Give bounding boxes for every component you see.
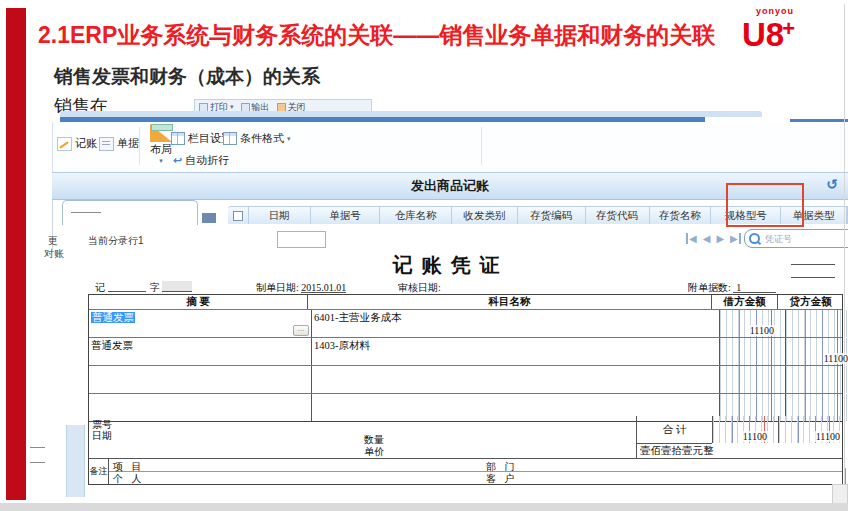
ribbon-toolbar: 记账 单据 布局 ▾ 栏目设置 ↩ 自动折行 条件格式 ▾ (52, 122, 848, 173)
summary-cell[interactable]: 普通发票… (89, 310, 311, 337)
credit-cell[interactable]: 11100 (785, 338, 848, 365)
current-entry-row-label: 当前分录行1 (88, 234, 144, 248)
entry-row-input[interactable] (277, 231, 326, 248)
bottom-band (0, 503, 848, 511)
slide-subtitle: 销售发票和财务（成本）的关系 (54, 64, 320, 90)
debit-cell[interactable] (719, 366, 785, 393)
red-callout-box (726, 183, 804, 227)
voucher-row[interactable] (89, 365, 842, 393)
accounting-voucher: 记账凭证 记 字 制单日期: 2015.01.01 审核日期: 附单据数: 1 … (88, 250, 843, 483)
logo-plus: + (782, 16, 795, 41)
ribbon-separator (139, 127, 140, 165)
tab-dash (71, 212, 101, 213)
voucher-nav: ◀ ◀ ▶ ▶ (686, 233, 741, 244)
customer-label: 客 户 (486, 472, 518, 486)
nav-last-icon[interactable]: ▶ (730, 233, 741, 244)
voucher-info-row: 记 字 制单日期: 2015.01.01 审核日期: 附单据数: 1 (88, 281, 843, 294)
nav-first-icon[interactable]: ◀ (686, 233, 697, 244)
ribbon-separator (481, 127, 482, 165)
col-header-io-type[interactable]: 收发类别 (452, 206, 518, 224)
document-button[interactable]: 单据 (99, 136, 139, 151)
summary-cell[interactable]: 普通发票 (89, 338, 311, 365)
header-credit: 贷方金额 (777, 295, 843, 309)
person-label: 个 人 (113, 472, 145, 486)
col-header-inv-name[interactable]: 存货名称 (650, 206, 712, 224)
column-settings-icon (171, 132, 185, 145)
account-cell[interactable]: 1403-原材料 (311, 338, 719, 365)
amount-in-words: 壹佰壹拾壹元整 (636, 444, 846, 458)
account-cell[interactable] (311, 366, 719, 393)
yonyou-u8-logo: yonyou U8+ (742, 6, 834, 50)
grid-title: 发出商品记账 (411, 177, 489, 195)
voucher-word-blank (108, 281, 146, 292)
search-input[interactable] (763, 233, 837, 245)
remnant-dash (30, 462, 45, 463)
total-label-cell: 合 计 (636, 416, 712, 444)
credit-cell[interactable] (785, 310, 848, 337)
debit-cell[interactable] (719, 338, 785, 365)
footer-left-cell: 票号 日期 数量 单价 (89, 416, 636, 458)
conditional-format-button[interactable]: 条件格式 ▾ (223, 131, 291, 146)
price-label: 单价 (364, 445, 384, 459)
note-divider (109, 471, 842, 472)
total-credit-cell: 11100 (778, 416, 843, 443)
summary-cell[interactable] (89, 366, 311, 393)
voucher-title: 记账凭证 (88, 252, 813, 279)
bookkeep-button[interactable]: 记账 (57, 136, 97, 151)
voucher-word-blank2 (162, 281, 192, 292)
voucher-blank-line (791, 264, 835, 265)
voucher-note-row: 备注 项 目 个 人 部 门 客 户 (88, 458, 843, 485)
col-header-inv-id[interactable]: 存货代码 (586, 206, 650, 224)
bookkeep-edit-icon (57, 137, 72, 151)
conditional-format-icon (223, 132, 237, 145)
window-fragment (202, 213, 216, 223)
select-all-checkbox[interactable] (228, 206, 249, 224)
logo-brand-text: yonyou (756, 6, 834, 16)
col-header-warehouse[interactable]: 仓库名称 (380, 206, 452, 224)
scrollbar-line (845, 468, 846, 484)
account-cell[interactable]: 6401-主营业务成本 (311, 310, 719, 337)
window-remnant-strip (66, 425, 85, 497)
attachments: 附单据数: 1 (688, 281, 776, 295)
slide: 2.1ERP业务系统与财务系统的关联——销售业务单据和财务的关联 yonyou … (0, 0, 848, 511)
left-accent-bar (6, 8, 26, 500)
made-date: 制单日期: 2015.01.01 (256, 281, 346, 295)
clipped-text-bottom: 对账 (44, 247, 64, 261)
credit-cell[interactable] (785, 366, 848, 393)
debit-cell[interactable]: 11100 (719, 310, 785, 337)
nav-next-icon[interactable]: ▶ (716, 233, 724, 244)
col-header-date[interactable]: 日期 (249, 206, 311, 224)
refresh-icon[interactable]: ↺ (826, 176, 838, 192)
voucher-row[interactable]: 普通发票 1403-原材料 11100 (89, 337, 842, 365)
voucher-footer: 票号 日期 数量 单价 合 计 11100 11100 壹佰壹拾壹元整 (88, 416, 843, 459)
voucher-row[interactable]: 普通发票… 6401-主营业务成本 11100 (89, 309, 842, 337)
more-button[interactable]: … (293, 325, 309, 336)
header-summary: 摘 要 (89, 295, 307, 309)
search-icon (749, 233, 760, 244)
nav-prev-icon[interactable]: ◀ (703, 233, 711, 244)
auto-wrap-button[interactable]: ↩ 自动折行 (173, 153, 229, 168)
voucher-word-left: 记 (95, 281, 105, 295)
layout-ruler-icon (150, 124, 172, 142)
header-account: 科目名称 (307, 295, 711, 309)
voucher-search-box[interactable] (744, 229, 848, 248)
voucher-table: 摘 要 科目名称 借方金额 贷方金额 普通发票… 6401-主营业务成本 111… (88, 294, 843, 422)
slide-edge-line (844, 4, 845, 505)
audit-date-label: 审核日期: (398, 281, 441, 295)
conditional-format-caret-icon: ▾ (287, 135, 291, 143)
voucher-word-right: 字 (150, 281, 160, 295)
print-caret-icon: ▾ (230, 103, 234, 111)
document-icon (99, 137, 114, 151)
checkbox-icon (233, 211, 243, 221)
col-header-doc-no[interactable]: 单据号 (311, 206, 381, 224)
voucher-blank-line (791, 277, 835, 278)
slide-title: 2.1ERP业务系统与财务系统的关联——销售业务单据和财务的关联 (38, 20, 748, 51)
auto-wrap-icon: ↩ (173, 154, 182, 167)
col-header-inv-code[interactable]: 存货编码 (518, 206, 586, 224)
date-label: 日期 (92, 429, 112, 443)
voucher-header-row: 摘 要 科目名称 借方金额 贷方金额 (89, 295, 842, 309)
grid-tab[interactable] (62, 200, 198, 225)
header-debit: 借方金额 (711, 295, 777, 309)
remnant-dash (30, 447, 45, 448)
note-label: 备注 (89, 459, 109, 484)
